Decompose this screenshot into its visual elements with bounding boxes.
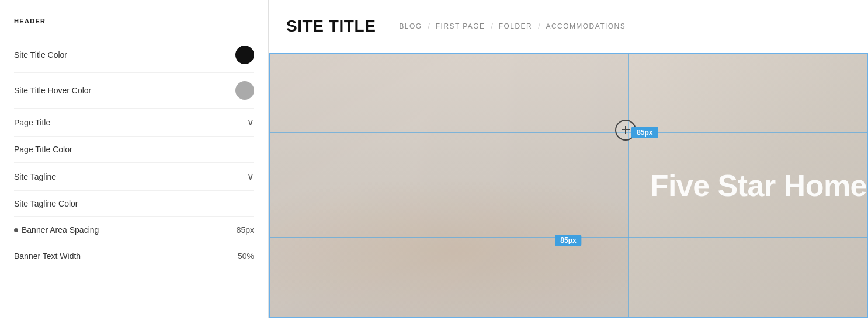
setting-label-text-site-tagline: Site Tagline [14, 172, 56, 181]
color-swatch-site-title-hover-color[interactable] [235, 81, 254, 100]
setting-row-site-tagline: Site Tagline∨ [14, 163, 254, 191]
setting-label-text-site-title-color: Site Title Color [14, 50, 67, 60]
setting-label-page-title: Page Title [14, 118, 50, 127]
nav-link-first-page[interactable]: FIRST PAGE [436, 22, 485, 30]
setting-row-site-title-hover-color: Site Title Hover Color [14, 73, 254, 109]
setting-label-site-title-color: Site Title Color [14, 50, 67, 60]
site-nav-bar: SITE TITLE BLOG/FIRST PAGE/FOLDER/ACCOMM… [269, 0, 868, 53]
setting-label-text-site-title-hover-color: Site Title Hover Color [14, 86, 91, 95]
preview-panel: SITE TITLE BLOG/FIRST PAGE/FOLDER/ACCOMM… [269, 0, 868, 318]
active-dot-indicator [14, 228, 18, 232]
setting-label-site-title-hover-color: Site Title Hover Color [14, 86, 91, 95]
chevron-icon-site-tagline[interactable]: ∨ [247, 171, 254, 182]
setting-label-text-banner-text-width: Banner Text Width [14, 251, 81, 261]
nav-separator: / [538, 22, 540, 30]
banner-area: 85px 85px Five Star Home [269, 53, 868, 318]
setting-label-site-tagline-color: Site Tagline Color [14, 199, 78, 208]
setting-row-site-title-color: Site Title Color [14, 37, 254, 73]
setting-label-text-page-title-color: Page Title Color [14, 145, 72, 154]
guide-line-horizontal-top [270, 132, 867, 133]
nav-link-folder[interactable]: FOLDER [499, 22, 532, 30]
setting-value-banner-text-width: 50% [238, 251, 254, 261]
setting-row-banner-text-width: Banner Text Width50% [14, 243, 254, 269]
nav-link-blog[interactable]: BLOG [399, 22, 422, 30]
banner-heading-text: Five Star Home [650, 168, 867, 203]
nav-separator: / [491, 22, 492, 30]
chevron-icon-page-title[interactable]: ∨ [247, 117, 254, 128]
nav-links: BLOG/FIRST PAGE/FOLDER/ACCOMMODATIONS [399, 22, 626, 30]
setting-label-banner-area-spacing: Banner Area Spacing [14, 225, 99, 235]
setting-row-page-title: Page Title∨ [14, 109, 254, 137]
setting-label-banner-text-width: Banner Text Width [14, 251, 81, 261]
setting-label-site-tagline: Site Tagline [14, 172, 56, 181]
guide-line-vertical-left [509, 54, 509, 317]
spacing-badge-bottom: 85px [555, 235, 581, 246]
setting-label-text-site-tagline-color: Site Tagline Color [14, 199, 78, 208]
section-header: HEADER [14, 18, 254, 25]
cursor-crosshair [621, 125, 630, 135]
setting-value-banner-area-spacing: 85px [237, 225, 254, 235]
setting-row-page-title-color: Page Title Color [14, 137, 254, 163]
nav-separator: / [428, 22, 430, 30]
setting-label-page-title-color: Page Title Color [14, 145, 72, 154]
color-swatch-site-title-color[interactable] [235, 46, 254, 64]
guide-line-vertical-right [628, 54, 629, 317]
setting-row-site-tagline-color: Site Tagline Color [14, 191, 254, 217]
site-title: SITE TITLE [286, 17, 376, 36]
settings-panel: HEADER Site Title ColorSite Title Hover … [0, 0, 269, 318]
spacing-badge-top: 85px [631, 127, 658, 138]
setting-label-text-page-title: Page Title [14, 118, 50, 127]
nav-link-accommodations[interactable]: ACCOMMODATIONS [546, 22, 626, 30]
setting-row-banner-area-spacing: Banner Area Spacing85px [14, 217, 254, 243]
setting-label-text-banner-area-spacing: Banner Area Spacing [22, 225, 99, 235]
settings-list: Site Title ColorSite Title Hover ColorPa… [14, 37, 254, 269]
